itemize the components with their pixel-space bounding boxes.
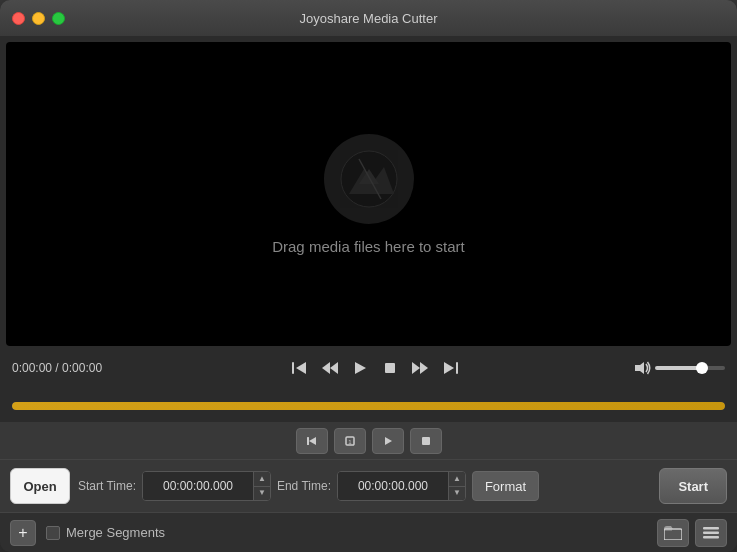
- traffic-lights: [12, 12, 65, 25]
- timeline-track[interactable]: [12, 402, 725, 410]
- time-display: 0:00:00 / 0:00:00: [12, 361, 122, 375]
- folder-view-button[interactable]: [657, 519, 689, 547]
- playback-bar: 0:00:00 / 0:00:00: [0, 346, 737, 390]
- open-button[interactable]: Open: [10, 468, 70, 504]
- video-area[interactable]: Drag media files here to start: [6, 42, 731, 346]
- svg-rect-9: [385, 363, 395, 373]
- end-time-spinners: ▲ ▼: [448, 472, 465, 500]
- transport-controls: [286, 354, 464, 382]
- start-time-label: Start Time:: [78, 479, 136, 493]
- main-controls-row: Open Start Time: ▲ ▼ End Time: ▲ ▼: [0, 460, 737, 512]
- end-time-input-group: ▲ ▼: [337, 471, 466, 501]
- segment-index-button[interactable]: 1: [334, 428, 366, 454]
- prev-segment-button[interactable]: [296, 428, 328, 454]
- time-fields: Start Time: ▲ ▼ End Time: ▲ ▼ Fo: [78, 471, 651, 501]
- stop-button[interactable]: [376, 354, 404, 382]
- start-time-input[interactable]: [143, 472, 253, 500]
- volume-slider[interactable]: [655, 366, 725, 370]
- merge-checkbox[interactable]: [46, 526, 60, 540]
- svg-marker-14: [635, 362, 644, 374]
- add-segment-button[interactable]: +: [10, 520, 36, 546]
- end-time-decrement[interactable]: ▼: [449, 487, 465, 501]
- start-button[interactable]: Start: [659, 468, 727, 504]
- volume-icon: [635, 361, 651, 375]
- start-time-input-group: ▲ ▼: [142, 471, 271, 501]
- drag-text: Drag media files here to start: [272, 238, 465, 255]
- svg-marker-8: [355, 362, 366, 374]
- title-bar: Joyoshare Media Cutter: [0, 0, 737, 36]
- start-time-increment[interactable]: ▲: [254, 472, 270, 487]
- svg-rect-4: [292, 362, 294, 374]
- svg-text:1: 1: [348, 439, 352, 445]
- play-segment-button[interactable]: [372, 428, 404, 454]
- svg-rect-24: [703, 531, 719, 534]
- close-button[interactable]: [12, 12, 25, 25]
- step-to-end-button[interactable]: [436, 354, 464, 382]
- media-placeholder-icon: [324, 134, 414, 224]
- svg-rect-25: [703, 536, 719, 539]
- svg-marker-10: [412, 362, 420, 374]
- footer-actions: [657, 519, 727, 547]
- svg-marker-16: [309, 437, 316, 445]
- volume-section: [635, 361, 725, 375]
- end-time-input[interactable]: [338, 472, 448, 500]
- merge-label: Merge Segments: [66, 525, 165, 540]
- step-back-button[interactable]: [316, 354, 344, 382]
- timeline-bar[interactable]: [0, 390, 737, 422]
- svg-rect-23: [703, 527, 719, 530]
- svg-rect-22: [664, 529, 672, 531]
- start-time-spinners: ▲ ▼: [253, 472, 270, 500]
- main-window: Joyoshare Media Cutter Drag media files …: [0, 0, 737, 552]
- timeline-fill: [12, 402, 725, 410]
- svg-rect-20: [422, 437, 430, 445]
- bottom-controls: 1 Open Start Time:: [0, 422, 737, 512]
- segment-controls-row: 1: [0, 422, 737, 460]
- window-title: Joyoshare Media Cutter: [299, 11, 437, 26]
- svg-rect-15: [307, 437, 309, 445]
- minimize-button[interactable]: [32, 12, 45, 25]
- footer-bar: + Merge Segments: [0, 512, 737, 552]
- start-time-decrement[interactable]: ▼: [254, 487, 270, 501]
- play-button[interactable]: [346, 354, 374, 382]
- svg-marker-13: [444, 362, 454, 374]
- svg-marker-11: [420, 362, 428, 374]
- merge-checkbox-area: Merge Segments: [46, 525, 647, 540]
- svg-marker-19: [385, 437, 392, 445]
- svg-rect-12: [456, 362, 458, 374]
- svg-marker-6: [322, 362, 330, 374]
- svg-marker-7: [330, 362, 338, 374]
- end-time-increment[interactable]: ▲: [449, 472, 465, 487]
- step-forward-button[interactable]: [406, 354, 434, 382]
- step-to-start-button[interactable]: [286, 354, 314, 382]
- end-time-label: End Time:: [277, 479, 331, 493]
- stop-segment-button[interactable]: [410, 428, 442, 454]
- svg-marker-5: [296, 362, 306, 374]
- format-button[interactable]: Format: [472, 471, 539, 501]
- list-view-button[interactable]: [695, 519, 727, 547]
- maximize-button[interactable]: [52, 12, 65, 25]
